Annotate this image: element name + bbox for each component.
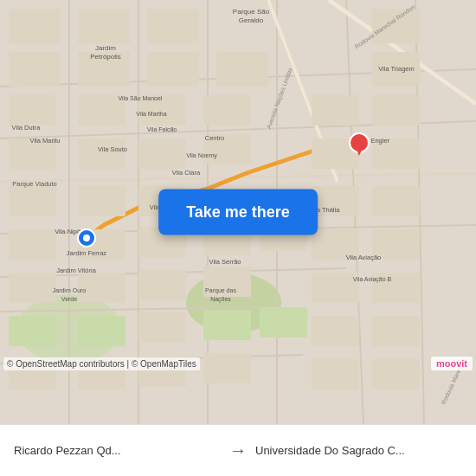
svg-rect-22 (78, 9, 130, 43)
svg-rect-64 (372, 186, 420, 216)
svg-rect-21 (9, 9, 61, 43)
svg-rect-72 (372, 359, 420, 389)
svg-rect-28 (9, 95, 56, 125)
svg-text:Parque Viaduto: Parque Viaduto (12, 180, 57, 188)
svg-text:Vila Aviação B: Vila Aviação B (353, 276, 392, 283)
svg-text:Centro: Centro (205, 134, 225, 142)
svg-rect-36 (9, 186, 56, 216)
svg-text:Vila Noemy: Vila Noemy (186, 152, 217, 159)
moovit-logo: moovit (431, 357, 473, 370)
svg-text:Verde: Verde (61, 296, 77, 302)
svg-rect-69 (312, 316, 359, 346)
svg-rect-52 (260, 307, 307, 338)
svg-text:Petrópolis: Petrópolis (90, 53, 121, 61)
svg-text:Vila Falcão: Vila Falcão (147, 126, 177, 132)
origin-label: Ricardo Pezzan Qd... (14, 444, 221, 457)
svg-rect-60 (372, 95, 420, 125)
svg-rect-33 (78, 138, 125, 169)
svg-text:Vila Aviação: Vila Aviação (346, 254, 382, 261)
svg-text:Jardim Ouro: Jardim Ouro (53, 287, 87, 293)
svg-text:Vila Triagem: Vila Triagem (378, 65, 415, 73)
destination-point: Universidade Do Sagrado C... (255, 444, 462, 457)
svg-rect-37 (78, 186, 125, 216)
svg-rect-59 (312, 95, 359, 125)
svg-text:Vila Clara: Vila Clara (172, 169, 201, 177)
svg-rect-51 (203, 310, 251, 340)
svg-rect-44 (9, 273, 56, 303)
svg-rect-27 (216, 52, 268, 87)
svg-text:Parque São: Parque São (233, 8, 270, 16)
svg-rect-50 (138, 312, 186, 342)
svg-text:Vila Marilu: Vila Marilu (30, 137, 61, 145)
svg-text:Vila Souto: Vila Souto (98, 145, 127, 153)
svg-rect-39 (9, 229, 56, 260)
svg-text:Jardim Ferraz: Jardim Ferraz (67, 249, 107, 257)
svg-rect-31 (203, 95, 251, 125)
svg-text:Nações: Nações (210, 296, 231, 303)
svg-rect-49 (78, 316, 125, 346)
svg-rect-23 (147, 9, 199, 43)
svg-rect-26 (147, 52, 199, 87)
take-me-there-button[interactable]: Take me there (158, 190, 318, 235)
svg-text:Parque das: Parque das (205, 287, 236, 294)
svg-rect-34 (138, 138, 186, 169)
destination-label: Universidade Do Sagrado C... (255, 444, 462, 457)
svg-text:Geraldo: Geraldo (239, 16, 264, 24)
svg-point-106 (83, 235, 90, 241)
bottom-navigation-bar: Ricardo Pezzan Qd... → Universidade Do S… (0, 424, 476, 476)
map-attribution: © OpenStreetMap contributors | © OpenMap… (3, 357, 200, 370)
map-container: Parque São Geraldo Jardim Petrópolis Vil… (0, 0, 476, 424)
svg-text:Vila São Manoel: Vila São Manoel (119, 95, 163, 101)
svg-text:Vila Martha: Vila Martha (136, 111, 166, 117)
svg-rect-56 (203, 353, 251, 383)
svg-text:Vila Serrão: Vila Serrão (209, 258, 241, 266)
svg-rect-48 (9, 316, 56, 346)
svg-rect-71 (312, 359, 359, 389)
route-arrow: → (221, 441, 255, 460)
svg-rect-67 (312, 273, 359, 303)
svg-rect-46 (138, 270, 186, 300)
svg-text:Jardim Vitória: Jardim Vitória (56, 267, 97, 274)
svg-text:Jardim: Jardim (95, 44, 116, 52)
svg-text:Vila Dutra: Vila Dutra (12, 124, 42, 132)
svg-rect-70 (372, 316, 420, 346)
origin-point: Ricardo Pezzan Qd... (14, 444, 221, 457)
svg-rect-24 (9, 52, 61, 87)
